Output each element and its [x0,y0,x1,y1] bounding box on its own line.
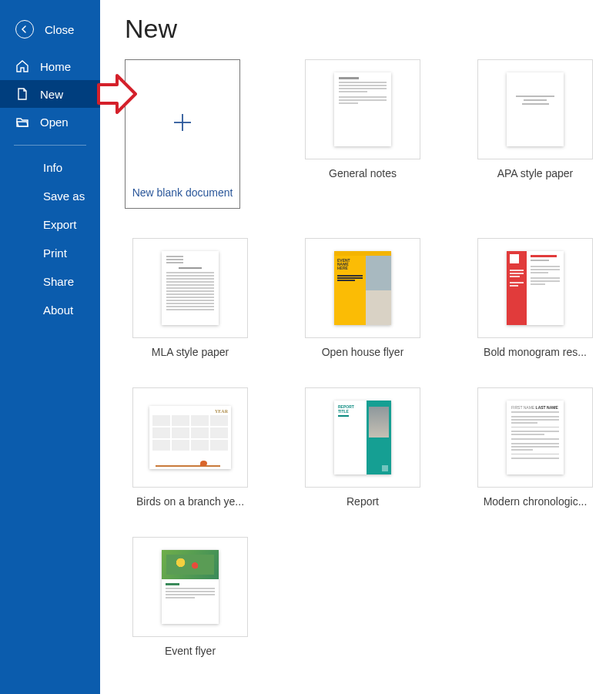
template-thumbnail [132,238,248,338]
sidebar-divider [14,145,86,146]
template-general-notes[interactable]: General notes [297,59,428,209]
template-label: MLA style paper [152,346,229,358]
sidebar-item-save-as[interactable]: Save as [0,182,100,210]
template-thumbnail [305,59,420,159]
close-button[interactable]: Close [0,14,100,52]
back-arrow-icon [15,20,34,39]
main-panel: New New blank document General notes [100,0,616,694]
sidebar-item-label: New [40,88,63,101]
folder-open-icon [15,115,29,129]
template-modern-chronological-resume[interactable]: FIRST NAME LAST NAME Modern chronologic.… [470,387,601,508]
sidebar-item-export[interactable]: Export [0,210,100,239]
page-title: New [125,14,601,44]
close-label: Close [45,23,74,36]
sidebar-item-label: Share [43,275,74,288]
sidebar-item-label: Info [43,161,62,174]
home-icon [15,59,29,73]
template-label: Event flyer [165,645,216,657]
template-mla-style-paper[interactable]: MLA style paper [125,238,256,358]
sidebar-item-label: Home [40,60,71,73]
sidebar-item-label: Print [43,246,67,260]
template-bold-monogram-resume[interactable]: Bold monogram res... [470,238,601,358]
template-label: New blank document [132,186,233,199]
sidebar-item-open[interactable]: Open [0,108,100,136]
template-label: Open house flyer [322,346,404,358]
template-grid: New blank document General notes [125,59,601,657]
new-document-icon [15,87,29,101]
sidebar-item-print[interactable]: Print [0,239,100,267]
template-birds-on-a-branch[interactable]: YEAR Birds on a branch ye... [125,387,256,508]
template-blank-document[interactable]: New blank document [125,59,240,209]
template-label: Bold monogram res... [484,346,587,358]
plus-icon [171,111,194,134]
template-label: Birds on a branch ye... [136,495,244,508]
sidebar-item-label: Open [40,116,69,129]
sidebar-item-share[interactable]: Share [0,267,100,296]
template-thumbnail [477,238,593,338]
template-label: Report [346,495,379,508]
sidebar-item-label: Export [43,218,76,231]
template-thumbnail: YEAR [132,387,248,488]
template-report[interactable]: REPORT TITLE Report [297,387,428,508]
template-thumbnail: FIRST NAME LAST NAME [477,387,593,488]
template-label: APA style paper [497,167,574,179]
template-thumbnail [477,59,593,159]
sidebar-item-info[interactable]: Info [0,153,100,182]
template-label: General notes [329,167,397,179]
sidebar-item-label: About [43,303,73,317]
template-thumbnail: REPORT TITLE [305,387,420,488]
sidebar-item-new[interactable]: New [0,80,100,108]
template-thumbnail [127,66,239,179]
template-open-house-flyer[interactable]: EVENTNAMEHERE Open house flyer [297,238,428,358]
sidebar-item-label: Save as [43,189,85,203]
template-thumbnail [132,537,248,637]
template-event-flyer[interactable]: Event flyer [125,537,256,657]
sidebar-item-home[interactable]: Home [0,52,100,80]
template-apa-style-paper[interactable]: APA style paper [470,59,601,209]
sidebar-item-about[interactable]: About [0,296,100,324]
backstage-sidebar: Close Home New Open Info Save as Export … [0,0,100,694]
template-label: Modern chronologic... [484,495,588,508]
template-thumbnail: EVENTNAMEHERE [305,238,420,338]
